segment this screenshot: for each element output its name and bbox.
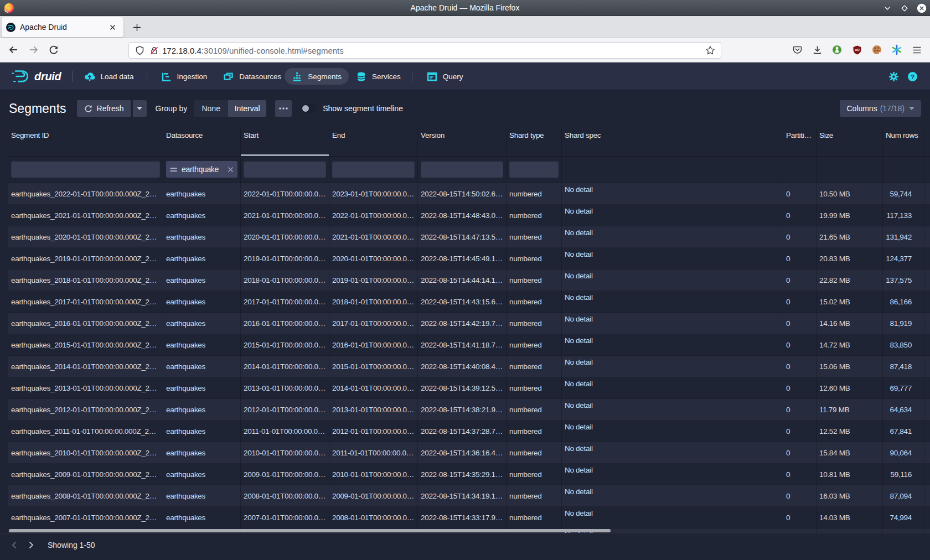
datasource-filter-tag[interactable]: earthquake xyxy=(166,161,237,178)
nav-item-query[interactable]: Query xyxy=(427,71,463,82)
table-row[interactable]: earthquakes_2017-01-01T00:00:00.000Z_2…e… xyxy=(8,291,930,313)
equals-icon xyxy=(170,167,177,172)
filter-input-start[interactable] xyxy=(244,161,326,178)
cell-partitions: 0 xyxy=(783,269,817,291)
url-path: :30109/unified-console.html#segments xyxy=(202,46,344,55)
pocket-icon[interactable] xyxy=(788,42,806,58)
table-row[interactable]: earthquakes_2020-01-01T00:00:00.000Z_2…e… xyxy=(8,226,930,248)
bookmark-star-icon[interactable] xyxy=(703,43,717,58)
cell-size: 15.84 MB xyxy=(817,442,883,464)
nav-item-services[interactable]: Services xyxy=(356,71,401,82)
table-row[interactable]: earthquakes_2012-01-01T00:00:00.000Z_2…e… xyxy=(8,399,930,421)
druid-logo[interactable]: druid xyxy=(11,69,61,84)
table-row[interactable]: earthquakes_2021-01-01T00:00:00.000Z_2…e… xyxy=(8,205,930,226)
nav-item-label: Services xyxy=(372,72,401,81)
columns-button[interactable]: Columns (17/18) xyxy=(840,100,921,117)
tab-close-button[interactable] xyxy=(106,20,119,34)
table-row[interactable]: earthquakes_2007-01-01T00:00:00.000Z_2…e… xyxy=(8,507,930,528)
cell-shard_type: numbered xyxy=(507,485,562,507)
column-header-partitions[interactable]: Partiti… xyxy=(783,127,817,156)
cell-shard_spec: No detail xyxy=(562,464,783,485)
cell-datasource: earthquakes xyxy=(163,507,241,528)
table-row[interactable]: earthquakes_2014-01-01T00:00:00.000Z_2…e… xyxy=(8,356,930,377)
column-header-shard_type[interactable]: Shard type xyxy=(507,127,562,156)
cell-version: 2022-08-15T14:43:15.6… xyxy=(418,291,507,313)
chevron-right-icon xyxy=(27,541,35,549)
table-row[interactable]: earthquakes_2016-01-01T00:00:00.000Z_2…e… xyxy=(8,313,930,334)
refresh-dropdown-button[interactable] xyxy=(133,100,147,117)
table-row[interactable]: earthquakes_2010-01-01T00:00:00.000Z_2…e… xyxy=(8,442,930,464)
table-row[interactable]: earthquakes_2018-01-01T00:00:00.000Z_2…e… xyxy=(8,269,930,291)
downloads-icon[interactable] xyxy=(808,42,826,58)
cell-start: 2009-01-01T00:00:00.0… xyxy=(241,464,329,485)
filter-input-segment_id[interactable] xyxy=(11,161,160,178)
view-header: Segments Refresh Group by None xyxy=(0,90,930,127)
table-row[interactable]: earthquakes_2015-01-01T00:00:00.000Z_2…e… xyxy=(8,334,930,356)
help-button[interactable]: ? xyxy=(907,71,918,82)
cell-partitions: 0 xyxy=(783,377,817,399)
column-header-segment_id[interactable]: Segment ID xyxy=(8,127,163,156)
next-page-button[interactable] xyxy=(23,537,39,553)
filter-tag-remove-icon[interactable] xyxy=(228,165,234,174)
reload-button[interactable] xyxy=(45,42,62,58)
horizontal-scrollbar-thumb[interactable] xyxy=(9,529,611,532)
filter-input-end[interactable] xyxy=(332,161,415,178)
table-row[interactable]: earthquakes_2011-01-01T00:00:00.000Z_2…e… xyxy=(8,421,930,442)
column-header-datasource[interactable]: Datasource xyxy=(163,127,241,156)
group-by-interval-button[interactable]: Interval xyxy=(228,100,266,117)
previous-page-button[interactable] xyxy=(6,537,23,553)
table-row[interactable]: earthquakes_2022-01-01T00:00:00.000Z_2…e… xyxy=(8,183,930,205)
svg-text:?: ? xyxy=(911,74,914,80)
forward-button[interactable] xyxy=(25,42,42,58)
close-icon xyxy=(917,3,927,13)
column-header-version[interactable]: Version xyxy=(418,127,507,156)
extension-asterisk-icon[interactable] xyxy=(888,42,906,58)
cell-num_rows: 86,166 xyxy=(883,291,924,313)
refresh-button[interactable]: Refresh xyxy=(77,100,131,117)
filter-input-version[interactable] xyxy=(421,161,503,178)
insecure-lock-icon[interactable] xyxy=(147,43,161,58)
window-minimize-button[interactable] xyxy=(882,3,892,13)
cell-shard_type: numbered xyxy=(507,183,562,205)
group-by-none-button[interactable]: None xyxy=(194,100,228,117)
settings-gear-button[interactable] xyxy=(888,71,899,82)
column-header-size[interactable]: Size xyxy=(817,127,883,156)
menu-icon[interactable] xyxy=(908,42,926,58)
shield-icon[interactable] xyxy=(132,43,147,58)
extension-green-icon[interactable] xyxy=(828,42,846,58)
filter-input-shard_type[interactable] xyxy=(509,161,559,178)
ublock-origin-icon[interactable]: uO xyxy=(848,42,866,58)
nav-item-segments[interactable]: Segments xyxy=(285,68,349,85)
window-maximize-button[interactable] xyxy=(900,3,910,13)
cell-partitions: 0 xyxy=(783,226,817,248)
nav-item-load-data[interactable]: Load data xyxy=(84,71,134,82)
gantt-chart-icon xyxy=(161,71,172,82)
table-row[interactable]: earthquakes_2009-01-01T00:00:00.000Z_2…e… xyxy=(8,464,930,485)
window-close-button[interactable] xyxy=(917,3,927,13)
table-row[interactable]: earthquakes_2019-01-01T00:00:00.000Z_2…e… xyxy=(8,248,930,269)
cell-datasource: earthquakes xyxy=(163,421,241,442)
more-options-button[interactable] xyxy=(275,100,292,117)
back-button[interactable] xyxy=(5,42,22,58)
cell-num_rows: 87,094 xyxy=(883,485,924,507)
nav-item-datasources[interactable]: Datasources xyxy=(223,71,281,82)
cell-size: 10.81 MB xyxy=(817,464,883,485)
filter-cell-num_rows xyxy=(883,157,924,183)
url-text[interactable]: 172.18.0.4:30109/unified-console.html#se… xyxy=(162,46,703,55)
segment-timeline-toggle[interactable] xyxy=(301,104,317,113)
browser-tab[interactable]: Apache Druid xyxy=(2,17,123,37)
column-header-start[interactable]: Start xyxy=(241,127,329,156)
table-row[interactable]: earthquakes_2013-01-01T00:00:00.000Z_2…e… xyxy=(8,377,930,399)
cell-num_rows: 81,919 xyxy=(883,313,924,334)
column-header-end[interactable]: End xyxy=(329,127,418,156)
cell-filler xyxy=(924,313,930,334)
column-header-num_rows[interactable]: Num rows xyxy=(883,127,924,156)
cell-partitions: 0 xyxy=(783,507,817,528)
new-tab-button[interactable] xyxy=(128,19,145,35)
table-row[interactable]: earthquakes_2008-01-01T00:00:00.000Z_2…e… xyxy=(8,485,930,507)
druid-favicon-icon xyxy=(6,23,16,32)
nav-item-ingestion[interactable]: Ingestion xyxy=(161,71,208,82)
url-bar[interactable]: 172.18.0.4:30109/unified-console.html#se… xyxy=(128,42,721,59)
cookie-extension-icon[interactable] xyxy=(868,42,886,58)
column-header-shard_spec[interactable]: Shard spec xyxy=(562,127,783,156)
